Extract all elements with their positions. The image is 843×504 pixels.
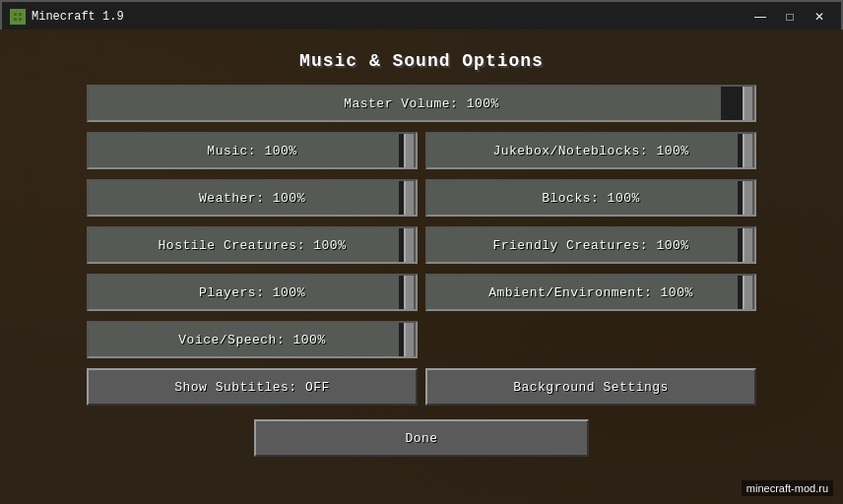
svg-rect-1 xyxy=(14,13,17,16)
friendly-slider[interactable]: Friendly Creatures: 100% xyxy=(425,226,756,264)
slider-handle xyxy=(404,276,416,309)
row-players-ambient: Players: 100% Ambient/Environment: 100% xyxy=(87,274,756,311)
title-bar-left: Minecraft 1.9 xyxy=(10,9,124,25)
players-slider-wrapper: Players: 100% xyxy=(87,274,418,311)
done-button[interactable]: Done xyxy=(254,419,589,457)
hostile-slider-wrapper: Hostile Creatures: 100% xyxy=(87,226,418,264)
row-weather-blocks: Weather: 100% Blocks: 100% xyxy=(87,179,756,217)
row-subtitles-background: Show Subtitles: OFF Background Settings xyxy=(87,368,756,406)
jukebox-slider-wrapper: Jukebox/Noteblocks: 100% xyxy=(425,132,756,169)
weather-slider-wrapper: Weather: 100% xyxy=(87,179,418,217)
slider-handle xyxy=(743,87,754,120)
jukebox-slider[interactable]: Jukebox/Noteblocks: 100% xyxy=(425,132,756,169)
slider-handle xyxy=(404,181,416,215)
window: Minecraft 1.9 — □ ✕ Music & Sound Option… xyxy=(0,0,843,504)
slider-handle xyxy=(743,276,754,309)
ambient-slider-wrapper: Ambient/Environment: 100% xyxy=(425,274,756,311)
slider-handle xyxy=(404,228,416,262)
master-volume-row: Master Volume: 100% xyxy=(87,85,756,122)
hostile-slider[interactable]: Hostile Creatures: 100% xyxy=(87,226,418,264)
blocks-slider[interactable]: Blocks: 100% xyxy=(425,179,756,217)
row-hostile-friendly: Hostile Creatures: 100% Friendly Creatur… xyxy=(87,226,756,264)
friendly-slider-wrapper: Friendly Creatures: 100% xyxy=(425,226,756,264)
content-area: Music & Sound Options Master Volume: 100… xyxy=(2,32,841,502)
minimize-button[interactable]: — xyxy=(746,6,774,28)
svg-rect-4 xyxy=(19,18,22,21)
slider-handle xyxy=(404,323,416,356)
voice-slider-wrapper: Voice/Speech: 100% xyxy=(87,321,418,358)
show-subtitles-wrapper: Show Subtitles: OFF xyxy=(87,368,418,406)
background-settings-button[interactable]: Background Settings xyxy=(425,368,756,406)
slider-handle xyxy=(743,134,754,167)
music-slider-wrapper: Music: 100% xyxy=(87,132,418,169)
done-row: Done xyxy=(254,419,589,457)
title-bar: Minecraft 1.9 — □ ✕ xyxy=(2,2,841,32)
slider-handle xyxy=(743,228,754,262)
background-settings-wrapper: Background Settings xyxy=(425,368,756,406)
svg-rect-3 xyxy=(14,18,17,21)
window-title: Minecraft 1.9 xyxy=(32,10,124,24)
app-icon xyxy=(10,9,26,25)
page-title: Music & Sound Options xyxy=(299,51,544,71)
empty-slot xyxy=(425,321,756,358)
row-voice: Voice/Speech: 100% xyxy=(87,321,756,358)
music-slider[interactable]: Music: 100% xyxy=(87,132,418,169)
slider-handle xyxy=(743,181,754,215)
players-slider[interactable]: Players: 100% xyxy=(87,274,418,311)
master-volume-slider[interactable]: Master Volume: 100% xyxy=(87,85,756,122)
voice-slider[interactable]: Voice/Speech: 100% xyxy=(87,321,418,358)
title-bar-controls: — □ ✕ xyxy=(746,6,833,28)
svg-rect-0 xyxy=(12,11,24,23)
close-button[interactable]: ✕ xyxy=(806,6,833,28)
ambient-slider[interactable]: Ambient/Environment: 100% xyxy=(425,274,756,311)
svg-rect-2 xyxy=(19,13,22,16)
show-subtitles-button[interactable]: Show Subtitles: OFF xyxy=(87,368,418,406)
watermark: minecraft-mod.ru xyxy=(742,480,833,496)
maximize-button[interactable]: □ xyxy=(776,6,804,28)
blocks-slider-wrapper: Blocks: 100% xyxy=(425,179,756,217)
row-music-jukebox: Music: 100% Jukebox/Noteblocks: 100% xyxy=(87,132,756,169)
slider-handle xyxy=(404,134,416,167)
weather-slider[interactable]: Weather: 100% xyxy=(87,179,418,217)
